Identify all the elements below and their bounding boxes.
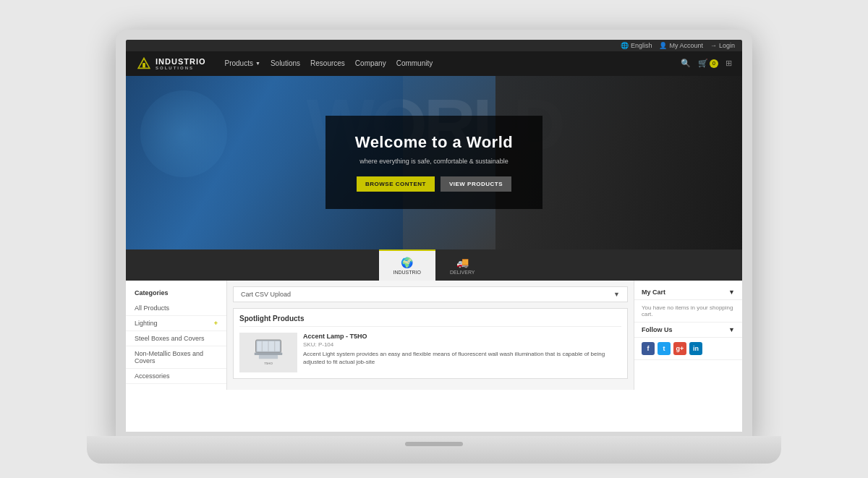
- product-name: Accent Lamp - T5HO: [303, 333, 621, 340]
- svg-rect-9: [259, 355, 278, 359]
- hero-buttons: BROWSE CONTENT VIEW PRODUCTS: [354, 176, 514, 192]
- google-plus-icon[interactable]: g+: [673, 342, 686, 355]
- utility-bar: 🌐 English 👤 My Account → Login: [126, 40, 742, 51]
- sidebar-categories: Categories All Products Lighting + Steel…: [126, 281, 227, 390]
- nav-menu: Products ▼ Solutions Resources Company C…: [225, 59, 670, 67]
- laptop-screen-bezel: 🌐 English 👤 My Account → Login: [116, 30, 752, 442]
- product-description: Accent Light system provides an easy and…: [303, 350, 621, 366]
- product-image: T5HO: [239, 333, 297, 372]
- brand-logo[interactable]: INDUSTRIO SOLUTIONS: [136, 56, 206, 72]
- sidebar-item-non-metallic[interactable]: Non-Metallic Boxes and Covers: [126, 346, 226, 369]
- product-card: T5HO Accent Lamp - T5HO SKU: P-104 Accen…: [239, 333, 621, 372]
- follow-widget-dropdown-icon[interactable]: ▼: [728, 326, 735, 333]
- nav-solutions[interactable]: Solutions: [271, 59, 300, 67]
- industrio-tab-label: INDUSTRIO: [393, 270, 422, 275]
- language-selector[interactable]: 🌐 English: [621, 42, 652, 49]
- center-area: Cart CSV Upload ▼ Spotlight Products: [227, 281, 634, 390]
- logo-icon: [136, 56, 152, 72]
- nav-products[interactable]: Products ▼: [225, 59, 260, 67]
- svg-text:T5HO: T5HO: [264, 362, 273, 365]
- browse-content-button[interactable]: BROWSE CONTENT: [357, 176, 435, 192]
- hero-section: WORLD Welcome to a World where everythin…: [126, 76, 742, 249]
- cart-widget-header: My Cart ▼: [634, 285, 742, 300]
- csv-dropdown-icon[interactable]: ▼: [613, 291, 620, 298]
- expand-icon: +: [214, 320, 218, 327]
- nav-resources[interactable]: Resources: [310, 59, 345, 67]
- right-sidebar: My Cart ▼ You have no items in your shop…: [634, 281, 742, 390]
- cart-title: My Cart: [642, 289, 665, 296]
- product-sku: SKU: P-104: [303, 341, 621, 348]
- laptop-frame: 🌐 English 👤 My Account → Login: [87, 8, 781, 471]
- cart-empty-message: You have no items in your shopping cart.: [642, 304, 733, 317]
- cart-icon[interactable]: 🛒0: [698, 59, 718, 68]
- laptop-base: [87, 436, 781, 464]
- industrio-tab-icon: 🌍: [401, 257, 413, 268]
- cart-widget: My Cart ▼ You have no items in your shop…: [634, 285, 742, 323]
- login-icon: →: [710, 42, 717, 49]
- csv-upload-bar[interactable]: Cart CSV Upload ▼: [233, 286, 628, 302]
- nav-actions: 🔍 🛒0 ⊞: [681, 59, 732, 68]
- csv-label: Cart CSV Upload: [241, 291, 291, 298]
- nav-company[interactable]: Company: [355, 59, 386, 67]
- delivery-tab-icon: 🚚: [456, 257, 469, 268]
- product-image-svg: T5HO: [243, 336, 294, 369]
- social-icons-group: f t g+ in: [634, 338, 742, 359]
- spotlight-section: Spotlight Products: [233, 308, 628, 379]
- product-info: Accent Lamp - T5HO SKU: P-104 Accent Lig…: [303, 333, 621, 372]
- spotlight-title: Spotlight Products: [239, 315, 621, 327]
- tab-industrio[interactable]: 🌍 INDUSTRIO: [379, 249, 436, 281]
- nav-community[interactable]: Community: [396, 59, 433, 67]
- svg-rect-2: [142, 63, 145, 67]
- nav-extra-icon[interactable]: ⊞: [726, 59, 732, 68]
- svg-rect-8: [255, 352, 283, 355]
- view-products-button[interactable]: VIEW PRODUCTS: [441, 176, 511, 192]
- cart-badge: 0: [710, 59, 718, 68]
- linkedin-icon[interactable]: in: [689, 342, 702, 355]
- twitter-icon[interactable]: t: [658, 342, 671, 355]
- follow-widget: Follow Us ▼ f t g+ in: [634, 323, 742, 360]
- globe-icon: 🌐: [621, 42, 629, 49]
- search-icon[interactable]: 🔍: [681, 59, 691, 68]
- login-link[interactable]: → Login: [710, 42, 735, 49]
- delivery-tab-label: DELIVERY: [450, 270, 475, 275]
- hero-subtitle: where everything is safe, comfortable & …: [354, 158, 514, 165]
- cart-widget-body: You have no items in your shopping cart.: [634, 300, 742, 322]
- screen-content: 🌐 English 👤 My Account → Login: [126, 40, 742, 432]
- hero-tabs: 🌍 INDUSTRIO 🚚 DELIVERY: [126, 249, 742, 281]
- cart-widget-dropdown-icon[interactable]: ▼: [728, 289, 735, 296]
- main-content: Categories All Products Lighting + Steel…: [126, 281, 742, 390]
- hero-title: Welcome to a World: [354, 133, 514, 152]
- sidebar-item-accessories[interactable]: Accessories: [126, 369, 226, 384]
- follow-widget-header: Follow Us ▼: [634, 323, 742, 338]
- account-link[interactable]: 👤 My Account: [659, 42, 703, 49]
- sidebar-item-all-products[interactable]: All Products: [126, 301, 226, 316]
- sidebar-item-steel-boxes[interactable]: Steel Boxes and Covers: [126, 331, 226, 346]
- hero-content: Welcome to a World where everything is s…: [326, 116, 542, 209]
- sidebar-item-lighting[interactable]: Lighting +: [126, 316, 226, 331]
- facebook-icon[interactable]: f: [642, 342, 655, 355]
- dropdown-arrow-icon: ▼: [255, 61, 260, 66]
- user-icon: 👤: [659, 42, 667, 49]
- main-nav: INDUSTRIO SOLUTIONS Products ▼ Solutions…: [126, 51, 742, 76]
- sidebar-title: Categories: [126, 286, 226, 301]
- follow-title: Follow Us: [642, 326, 673, 333]
- tab-delivery[interactable]: 🚚 DELIVERY: [435, 249, 490, 281]
